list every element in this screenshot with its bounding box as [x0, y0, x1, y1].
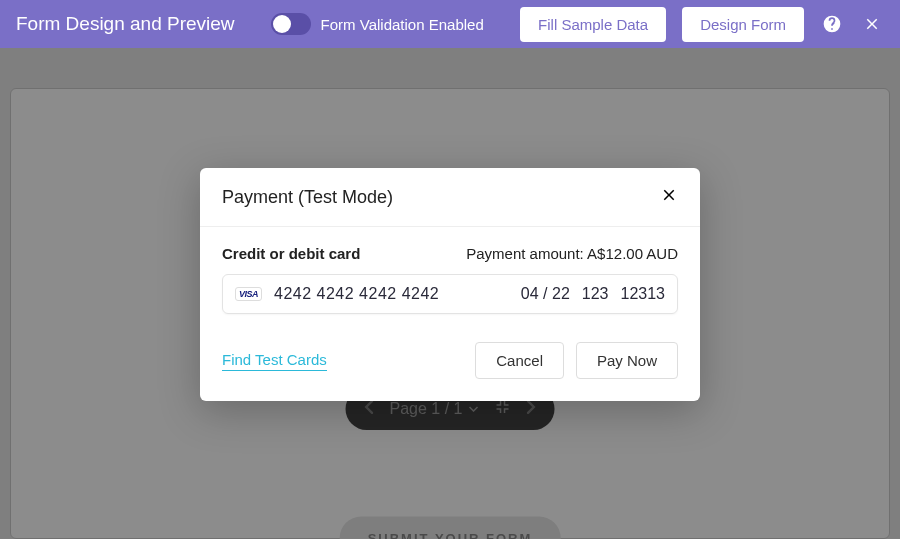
cancel-button[interactable]: Cancel: [475, 342, 564, 379]
card-expiry-value: 04 / 22: [521, 285, 570, 303]
payment-modal: Payment (Test Mode) Credit or debit card…: [200, 168, 700, 401]
toggle-knob: [273, 15, 291, 33]
modal-body: Credit or debit card Payment amount: A$1…: [200, 227, 700, 401]
find-test-cards-link[interactable]: Find Test Cards: [222, 351, 327, 371]
page-title: Form Design and Preview: [16, 13, 235, 35]
card-field-label: Credit or debit card: [222, 245, 360, 262]
validation-toggle-wrap: Form Validation Enabled: [271, 13, 484, 35]
card-cvc-value: 123: [582, 285, 609, 303]
pay-now-button[interactable]: Pay Now: [576, 342, 678, 379]
card-brand-icon: VISA: [235, 287, 262, 301]
fill-sample-data-button[interactable]: Fill Sample Data: [520, 7, 666, 42]
design-form-button[interactable]: Design Form: [682, 7, 804, 42]
top-toolbar: Form Design and Preview Form Validation …: [0, 0, 900, 48]
modal-close-icon[interactable]: [660, 186, 678, 208]
card-input[interactable]: VISA 4242 4242 4242 4242 04 / 22 123 123…: [222, 274, 678, 314]
close-icon[interactable]: [860, 12, 884, 36]
card-number-value: 4242 4242 4242 4242: [274, 285, 509, 303]
card-postal-value: 12313: [621, 285, 666, 303]
modal-title: Payment (Test Mode): [222, 187, 393, 208]
validation-toggle-label: Form Validation Enabled: [321, 16, 484, 33]
payment-amount: Payment amount: A$12.00 AUD: [466, 245, 678, 262]
modal-footer: Find Test Cards Cancel Pay Now: [222, 342, 678, 379]
validation-toggle[interactable]: [271, 13, 311, 35]
field-header-row: Credit or debit card Payment amount: A$1…: [222, 245, 678, 262]
modal-header: Payment (Test Mode): [200, 168, 700, 226]
help-icon[interactable]: [820, 12, 844, 36]
